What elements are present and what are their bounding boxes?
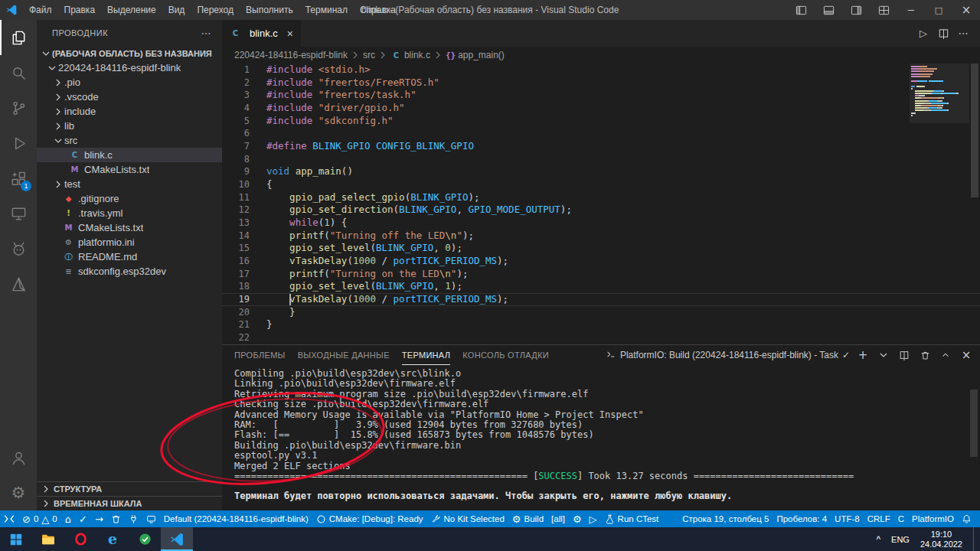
tree-item-folder-pio[interactable]: .pio [37, 75, 222, 90]
status-cmake-status[interactable]: CMake: [Debug]: Ready [312, 510, 427, 527]
code-line-19[interactable]: 19 vTaskDelay(1000 / portTICK_PERIOD_MS)… [222, 293, 980, 306]
section-timeline[interactable]: ВРЕМЕННАЯ ШКАЛА [37, 496, 222, 510]
code-line-7[interactable]: 7#define BLINK_GPIO CONFIG_BLINK_GPIO [222, 140, 980, 153]
layout-secondary-sidebar-toggle-icon[interactable] [842, 0, 870, 20]
line-number[interactable]: 22 [222, 331, 250, 344]
close-button[interactable]: × [952, 0, 980, 20]
code-line-14[interactable]: 14 printf("Turning off the LED\n"); [222, 230, 980, 243]
tree-item-folder-test[interactable]: test [37, 177, 222, 191]
code-editor[interactable]: 1#include <stdio.h>2#include "freertos/F… [222, 64, 980, 344]
code-line-15[interactable]: 15 gpio_set_level(BLINK_GPIO, 0); [222, 242, 980, 255]
code-line-11[interactable]: 11 gpio_pad_select_gpio(BLINK_GPIO); [222, 191, 980, 204]
code-line-8[interactable]: 8 [222, 153, 980, 166]
status-eol[interactable]: CRLF [864, 510, 894, 527]
line-number[interactable]: 11 [222, 191, 250, 204]
activity-explorer[interactable] [0, 20, 37, 55]
menu-edit[interactable]: Правка [58, 0, 102, 20]
breadcrumb-item[interactable]: 220424-184116-espidf-blink [234, 50, 348, 60]
status-pio-upload[interactable]: → [91, 510, 107, 527]
line-number[interactable]: 3 [222, 89, 250, 102]
split-terminal-button[interactable] [897, 347, 912, 363]
status-cmake-debug[interactable]: ⚙ [569, 510, 586, 527]
clock[interactable]: 19:1024.04.2022 [920, 530, 962, 549]
taskbar-opera[interactable] [64, 527, 96, 551]
tree-item-folder-src[interactable]: src [37, 133, 222, 148]
menu-selection[interactable]: Выделение [101, 0, 162, 20]
code-line-18[interactable]: 18 gpio_set_level(BLINK_GPIO, 1); [222, 280, 980, 293]
tree-item-file-sdkconfig[interactable]: ≡sdkconfig.esp32dev [37, 264, 222, 279]
code-line-9[interactable]: 9void app_main() [222, 165, 980, 178]
status-remote[interactable] [0, 510, 18, 527]
activity-remote-explorer[interactable] [0, 196, 37, 231]
status-indentation[interactable]: Пробелов: 4 [773, 510, 831, 527]
line-number[interactable]: 4 [222, 102, 250, 115]
terminal-dropdown-button[interactable] [876, 347, 891, 363]
layout-panel-toggle-icon[interactable] [815, 0, 842, 20]
line-number[interactable]: 21 [222, 318, 250, 331]
code-line-20[interactable]: 20 } [222, 306, 980, 319]
customize-layout-icon[interactable] [870, 0, 897, 20]
activity-source-control[interactable] [0, 90, 37, 126]
code-line-22[interactable]: 22 [222, 331, 980, 344]
new-terminal-button[interactable]: + [855, 347, 871, 363]
section-outline[interactable]: СТРУКТУРА [37, 481, 222, 496]
line-number[interactable]: 17 [222, 268, 250, 281]
status-pio-clean[interactable] [107, 510, 125, 527]
activity-search[interactable] [0, 55, 37, 90]
terminal-picker[interactable]: PlatformIO: Build (220424-184116-espidf-… [606, 349, 850, 362]
taskbar-edge[interactable]: e [96, 527, 129, 551]
status-pio-terminal[interactable] [142, 510, 160, 527]
status-pio-env[interactable]: Default (220424-184116-espidf-blink) [160, 510, 312, 527]
line-number[interactable]: 19 [222, 293, 250, 306]
activity-account[interactable] [0, 440, 37, 475]
status-pio-build[interactable]: ✓ [75, 510, 91, 527]
status-pio-serial-monitor[interactable] [125, 510, 142, 527]
minimap[interactable] [911, 66, 968, 119]
run-file-button[interactable]: ▷ [914, 24, 933, 43]
status-cmake-launch[interactable]: ▷ [586, 510, 601, 527]
menu-go[interactable]: Переход [191, 0, 240, 20]
status-cursor-position[interactable]: Строка 19, столбец 5 [678, 510, 773, 527]
show-desktop-button[interactable] [973, 527, 977, 551]
line-number[interactable]: 2 [222, 77, 250, 90]
panel-tab-debug-console[interactable]: КОНСОЛЬ ОТЛАДКИ [462, 345, 549, 365]
code-line-21[interactable]: 21} [222, 318, 980, 331]
activity-extensions[interactable]: 1 [0, 161, 37, 196]
line-number[interactable]: 8 [222, 153, 250, 166]
tree-item-file-readme[interactable]: ⓘREADME.md [37, 249, 222, 264]
line-number[interactable]: 15 [222, 242, 250, 255]
line-number[interactable]: 7 [222, 140, 250, 153]
code-line-2[interactable]: 2#include "freertos/FreeRTOS.h" [222, 77, 980, 90]
minimize-button[interactable]: ─ [897, 0, 925, 20]
status-language[interactable]: C [894, 510, 908, 527]
tree-item-workspace-root[interactable]: (РАБОЧАЯ ОБЛАСТЬ) БЕЗ НАЗВАНИЯ [37, 46, 222, 60]
line-number[interactable]: 13 [222, 217, 250, 230]
tray-expand-button[interactable]: ^ [876, 534, 880, 545]
code-line-6[interactable]: 6 [222, 127, 980, 140]
kill-terminal-button[interactable] [917, 347, 933, 363]
line-number[interactable]: 20 [222, 306, 250, 319]
tree-item-file-gitignore[interactable]: ◆.gitignore [37, 191, 222, 206]
code-line-1[interactable]: 1#include <stdio.h> [222, 64, 980, 77]
activity-cmake[interactable] [0, 266, 37, 302]
activity-platformio[interactable] [0, 231, 37, 266]
status-cmake-build[interactable]: ⚙Build [508, 510, 547, 527]
status-cmake-kit[interactable]: No Kit Selected [427, 510, 508, 527]
taskbar-file-explorer[interactable] [32, 527, 64, 551]
menu-run[interactable]: Выполнить [240, 0, 299, 20]
code-line-16[interactable]: 16 vTaskDelay(1000 / portTICK_PERIOD_MS)… [222, 255, 980, 268]
language-indicator[interactable]: ENG [891, 535, 910, 544]
editor-more-actions-button[interactable]: ⋯ [954, 24, 972, 43]
code-line-5[interactable]: 5#include "sdkconfig.h" [222, 115, 980, 128]
status-pio-home[interactable]: ⌂ [61, 510, 75, 527]
tree-item-folder-vscode[interactable]: .vscode [37, 90, 222, 104]
tree-item-file-platformio-ini[interactable]: ⚙platformio.ini [37, 235, 222, 249]
terminal-scrollbar[interactable] [970, 390, 978, 457]
tree-item-file-blink-c[interactable]: Cblink.c [37, 148, 222, 162]
status-notifications[interactable] [958, 510, 975, 527]
line-number[interactable]: 12 [222, 204, 250, 217]
line-number[interactable]: 18 [222, 280, 250, 293]
taskbar-vscode[interactable] [161, 527, 193, 551]
code-line-12[interactable]: 12 gpio_set_direction(BLINK_GPIO, GPIO_M… [222, 204, 980, 217]
menu-terminal[interactable]: Терминал [299, 0, 354, 20]
